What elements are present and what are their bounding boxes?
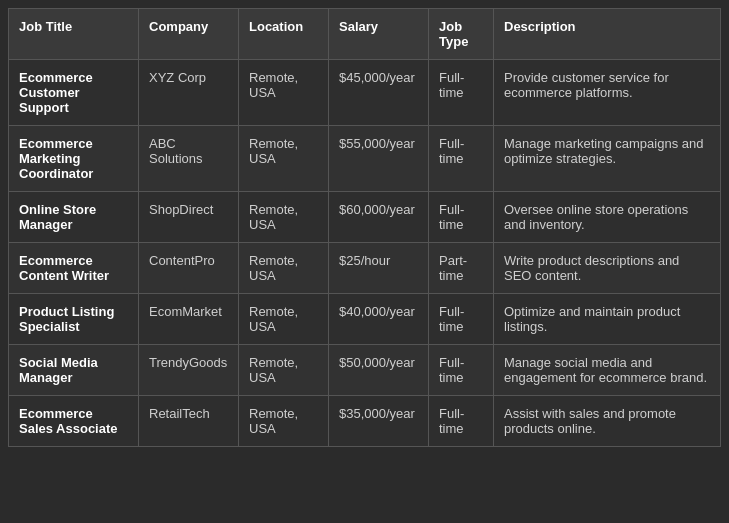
cell-jobtype: Full-time — [429, 396, 494, 447]
cell-description: Optimize and maintain product listings. — [494, 294, 721, 345]
cell-title: Ecommerce Marketing Coordinator — [9, 126, 139, 192]
table-row: Ecommerce Content WriterContentProRemote… — [9, 243, 721, 294]
cell-title: Online Store Manager — [9, 192, 139, 243]
cell-location: Remote, USA — [239, 243, 329, 294]
table-body: Ecommerce Customer SupportXYZ CorpRemote… — [9, 60, 721, 447]
cell-title: Social Media Manager — [9, 345, 139, 396]
cell-location: Remote, USA — [239, 192, 329, 243]
cell-salary: $35,000/year — [329, 396, 429, 447]
cell-jobtype: Full-time — [429, 294, 494, 345]
cell-company: TrendyGoods — [139, 345, 239, 396]
cell-jobtype: Full-time — [429, 345, 494, 396]
header-row: Job TitleCompanyLocationSalaryJob TypeDe… — [9, 9, 721, 60]
table-row: Ecommerce Marketing CoordinatorABC Solut… — [9, 126, 721, 192]
cell-description: Manage social media and engagement for e… — [494, 345, 721, 396]
table-row: Ecommerce Customer SupportXYZ CorpRemote… — [9, 60, 721, 126]
cell-salary: $60,000/year — [329, 192, 429, 243]
cell-salary: $50,000/year — [329, 345, 429, 396]
cell-location: Remote, USA — [239, 396, 329, 447]
cell-location: Remote, USA — [239, 60, 329, 126]
cell-description: Provide customer service for ecommerce p… — [494, 60, 721, 126]
cell-company: XYZ Corp — [139, 60, 239, 126]
cell-company: ABC Solutions — [139, 126, 239, 192]
cell-location: Remote, USA — [239, 126, 329, 192]
cell-salary: $45,000/year — [329, 60, 429, 126]
header-description: Description — [494, 9, 721, 60]
header-salary: Salary — [329, 9, 429, 60]
header-jobtype: Job Type — [429, 9, 494, 60]
table-row: Social Media ManagerTrendyGoodsRemote, U… — [9, 345, 721, 396]
table-row: Product Listing SpecialistEcomMarketRemo… — [9, 294, 721, 345]
header-title: Job Title — [9, 9, 139, 60]
cell-company: RetailTech — [139, 396, 239, 447]
cell-salary: $25/hour — [329, 243, 429, 294]
cell-company: ShopDirect — [139, 192, 239, 243]
cell-title: Ecommerce Sales Associate — [9, 396, 139, 447]
table-row: Online Store ManagerShopDirectRemote, US… — [9, 192, 721, 243]
cell-jobtype: Part-time — [429, 243, 494, 294]
table-row: Ecommerce Sales AssociateRetailTechRemot… — [9, 396, 721, 447]
header-location: Location — [239, 9, 329, 60]
table-header: Job TitleCompanyLocationSalaryJob TypeDe… — [9, 9, 721, 60]
cell-location: Remote, USA — [239, 294, 329, 345]
cell-title: Product Listing Specialist — [9, 294, 139, 345]
cell-description: Manage marketing campaigns and optimize … — [494, 126, 721, 192]
cell-description: Assist with sales and promote products o… — [494, 396, 721, 447]
cell-jobtype: Full-time — [429, 60, 494, 126]
cell-title: Ecommerce Customer Support — [9, 60, 139, 126]
cell-title: Ecommerce Content Writer — [9, 243, 139, 294]
jobs-table: Job TitleCompanyLocationSalaryJob TypeDe… — [8, 8, 721, 447]
cell-company: ContentPro — [139, 243, 239, 294]
cell-jobtype: Full-time — [429, 192, 494, 243]
cell-jobtype: Full-time — [429, 126, 494, 192]
cell-description: Oversee online store operations and inve… — [494, 192, 721, 243]
cell-description: Write product descriptions and SEO conte… — [494, 243, 721, 294]
cell-company: EcomMarket — [139, 294, 239, 345]
header-company: Company — [139, 9, 239, 60]
cell-salary: $55,000/year — [329, 126, 429, 192]
cell-location: Remote, USA — [239, 345, 329, 396]
cell-salary: $40,000/year — [329, 294, 429, 345]
